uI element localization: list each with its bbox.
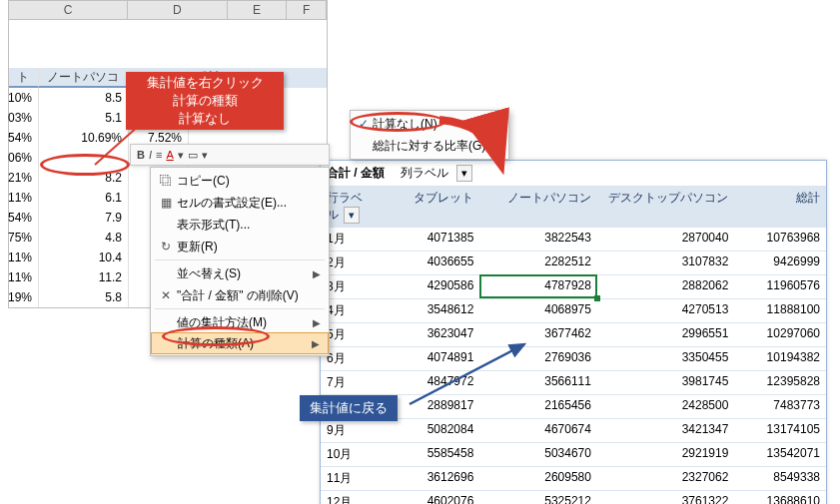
pivot-cell[interactable]: 3548612 — [381, 298, 480, 322]
pivot-cell[interactable]: 10297060 — [734, 322, 826, 346]
cell[interactable]: 6.1 — [39, 188, 129, 208]
row-label[interactable]: 10月 — [321, 442, 381, 466]
cell[interactable]: 54% — [9, 208, 39, 228]
cell[interactable]: 10% — [9, 88, 39, 108]
italic-icon[interactable]: I — [149, 149, 152, 161]
pivot-cell[interactable]: 2996551 — [597, 322, 734, 346]
cell[interactable]: 7.9 — [39, 208, 129, 228]
pivot-cell[interactable]: 13174105 — [734, 418, 826, 442]
pivot-cell[interactable]: 4602076 — [381, 490, 480, 504]
pivot-cell[interactable]: 3677462 — [479, 322, 597, 346]
menu-sort[interactable]: 並べ替え(S) ▶ — [151, 262, 329, 284]
pivot-cell[interactable]: 2428500 — [597, 394, 734, 418]
cell[interactable]: 4.8 — [39, 228, 129, 248]
pivot-cell[interactable]: 5585458 — [381, 442, 480, 466]
row-label[interactable]: 9月 — [321, 418, 381, 442]
submenu-none[interactable]: ✓ 計算なし(N) — [351, 113, 508, 135]
pivot-cell[interactable]: 4847972 — [381, 370, 480, 394]
pivot-cell[interactable]: 3981745 — [597, 370, 734, 394]
pivot-cell[interactable]: 3350455 — [597, 346, 734, 370]
cell[interactable]: 5.8 — [39, 287, 129, 307]
cell[interactable]: 5.1 — [39, 108, 129, 128]
row-label[interactable]: 11月 — [321, 466, 381, 490]
col-header-c[interactable]: C — [9, 1, 128, 19]
pivot-cell[interactable]: 2327062 — [597, 466, 734, 490]
pivot-cell[interactable]: 10763968 — [734, 227, 826, 251]
pivot-cell[interactable]: 2165456 — [479, 394, 597, 418]
pivot-cell[interactable]: 3761322 — [597, 490, 734, 504]
col-header-f[interactable]: F — [287, 1, 327, 19]
cell[interactable]: 11% — [9, 188, 39, 208]
field-trunc: ト — [9, 68, 39, 88]
pivot-cell[interactable]: 4071385 — [381, 227, 480, 251]
field-notebook[interactable]: ノートパソコ — [39, 68, 129, 88]
pivot-cell[interactable]: 8549338 — [734, 466, 826, 490]
cell[interactable]: 19% — [9, 287, 39, 307]
pivot-cell[interactable]: 4290586 — [381, 274, 480, 298]
pivot-cell[interactable]: 2882062 — [597, 274, 734, 298]
pivot-cell[interactable]: 9426999 — [734, 251, 826, 274]
pivot-cell[interactable]: 4787928 — [479, 274, 597, 298]
pivot-cell[interactable]: 2609580 — [479, 466, 597, 490]
cell[interactable]: 75% — [9, 228, 39, 248]
pivot-cell[interactable]: 4074891 — [381, 346, 480, 370]
col-desktop[interactable]: デスクトップパソコン — [597, 186, 734, 227]
cell[interactable]: 10.69% — [39, 128, 129, 148]
pivot-cell[interactable]: 10194382 — [734, 346, 826, 370]
cell[interactable]: 06% — [9, 148, 39, 168]
pivot-cell[interactable]: 3623047 — [381, 322, 480, 346]
cell[interactable]: 11.2 — [39, 267, 129, 287]
col-notebook[interactable]: ノートパソコン — [479, 186, 597, 227]
col-tablet[interactable]: タブレット — [381, 186, 480, 227]
cell[interactable] — [39, 148, 129, 168]
menu-calc-type[interactable]: 計算の種類(A) ▶ — [151, 332, 329, 354]
pivot-cell[interactable]: 13688610 — [734, 490, 826, 504]
pivot-cell[interactable]: 5325212 — [479, 490, 597, 504]
pivot-cell[interactable]: 3421347 — [597, 418, 734, 442]
mini-toolbar[interactable]: B I ≡ A ▾ ▭ ▾ — [130, 144, 330, 166]
col-header-e[interactable]: E — [228, 1, 288, 19]
submenu-pct-total[interactable]: 総計に対する比率(G) — [351, 135, 508, 157]
row-label[interactable]: 7月 — [321, 370, 381, 394]
pivot-cell[interactable]: 4270513 — [597, 298, 734, 322]
pivot-cell[interactable]: 3107832 — [597, 251, 734, 274]
menu-display-format[interactable]: 表示形式(T)... — [151, 214, 329, 236]
font-color-icon[interactable]: A — [166, 149, 173, 161]
pivot-cell[interactable]: 4036655 — [381, 251, 480, 274]
cell[interactable]: 10.4 — [39, 248, 129, 267]
pivot-cell[interactable]: 2282512 — [479, 251, 597, 274]
cell[interactable]: 11% — [9, 248, 39, 267]
pivot-cell[interactable]: 5082084 — [381, 418, 480, 442]
pivot-cell[interactable]: 7483773 — [734, 394, 826, 418]
menu-format-cells[interactable]: ▦ セルの書式設定(E)... — [151, 192, 329, 214]
pivot-cell[interactable]: 11960576 — [734, 274, 826, 298]
menu-refresh[interactable]: ↻ 更新(R) — [151, 236, 329, 257]
pivot-cell[interactable]: 11888100 — [734, 298, 826, 322]
cell[interactable]: 21% — [9, 168, 39, 188]
bold-icon[interactable]: B — [137, 149, 145, 161]
row-label[interactable]: 12月 — [321, 490, 381, 504]
pivot-cell[interactable]: 13542071 — [734, 442, 826, 466]
pivot-cell[interactable]: 12395828 — [734, 370, 826, 394]
row-label-dropdown[interactable]: ▾ — [344, 207, 360, 224]
pivot-cell[interactable]: 4068975 — [479, 298, 597, 322]
pivot-cell[interactable]: 3822543 — [479, 227, 597, 251]
pivot-cell[interactable]: 2769036 — [479, 346, 597, 370]
menu-value-summarize[interactable]: 値の集計方法(M) ▶ — [151, 311, 329, 333]
cell[interactable]: 03% — [9, 108, 39, 128]
pivot-cell[interactable]: 4670674 — [479, 418, 597, 442]
pivot-cell[interactable]: 2921919 — [597, 442, 734, 466]
cell[interactable]: 54% — [9, 128, 39, 148]
pivot-cell[interactable]: 2870040 — [597, 227, 734, 251]
pivot-cell[interactable]: 3612696 — [381, 466, 480, 490]
menu-remove-field[interactable]: ✕ "合計 / 金額" の削除(V) — [151, 284, 329, 306]
pivot-cell[interactable]: 5034670 — [479, 442, 597, 466]
cell[interactable]: 8.2 — [39, 168, 129, 188]
pivot-cell[interactable]: 3566111 — [479, 370, 597, 394]
cell[interactable]: 11% — [9, 267, 39, 287]
menu-copy[interactable]: ⿻ コピー(C) — [151, 170, 329, 192]
fill-color-icon[interactable]: ▭ — [188, 149, 198, 162]
col-header-d[interactable]: D — [128, 1, 227, 19]
col-label-dropdown[interactable]: ▾ — [456, 165, 472, 182]
cell[interactable]: 8.5 — [39, 88, 129, 108]
